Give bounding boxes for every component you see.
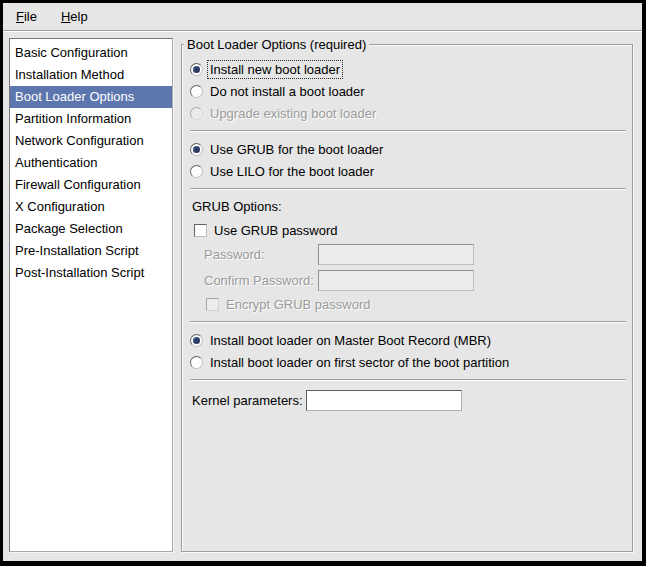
checkbox-label: Use GRUB password (214, 223, 338, 238)
password-input (318, 244, 474, 265)
sidebar-item-post-installation-script[interactable]: Post-Installation Script (10, 262, 172, 284)
kernel-parameters-row: Kernel parameters: (192, 387, 628, 413)
separator (190, 130, 626, 132)
radio-unselected-icon (190, 85, 203, 98)
radio-selected-icon (190, 143, 203, 156)
checkbox-disabled-icon (206, 298, 219, 311)
radio-label: Do not install a boot loader (210, 84, 365, 99)
radio-label: Install boot loader on Master Boot Recor… (210, 333, 491, 348)
separator (190, 321, 626, 323)
sidebar-item-pre-installation-script[interactable]: Pre-Installation Script (10, 240, 172, 262)
radio-unselected-icon (190, 356, 203, 369)
menu-file-label: ile (24, 9, 37, 24)
checkbox-use-grub-password[interactable]: Use GRUB password (194, 219, 628, 241)
radio-upgrade-existing-boot-loader: Upgrade existing boot loader (190, 102, 628, 124)
radio-install-new-boot-loader[interactable]: Install new boot loader (190, 58, 628, 80)
kernel-parameters-label: Kernel parameters: (192, 393, 306, 408)
frame-title: Boot Loader Options (required) (184, 37, 369, 52)
sidebar-item-package-selection[interactable]: Package Selection (10, 218, 172, 240)
sidebar-item-x-configuration[interactable]: X Configuration (10, 196, 172, 218)
sidebar-item-partition-information[interactable]: Partition Information (10, 108, 172, 130)
radio-use-lilo[interactable]: Use LILO for the boot loader (190, 160, 628, 182)
radio-selected-icon (190, 334, 203, 347)
radio-do-not-install-boot-loader[interactable]: Do not install a boot loader (190, 80, 628, 102)
confirm-password-label: Confirm Password: (204, 273, 318, 288)
sidebar-item-authentication[interactable]: Authentication (10, 152, 172, 174)
radio-install-mbr[interactable]: Install boot loader on Master Boot Recor… (190, 329, 628, 351)
radio-label: Use GRUB for the boot loader (210, 142, 383, 157)
confirm-password-input (318, 270, 474, 291)
menu-help-mnemonic: H (61, 9, 70, 24)
menu-item-file[interactable]: File (7, 3, 46, 30)
radio-install-first-sector[interactable]: Install boot loader on first sector of t… (190, 351, 628, 373)
confirm-password-row: Confirm Password: (204, 267, 628, 293)
boot-loader-options-frame: Boot Loader Options (required) Install n… (181, 44, 633, 552)
radio-selected-icon (190, 63, 203, 76)
menu-file-mnemonic: F (16, 9, 24, 24)
radio-unselected-icon (190, 165, 203, 178)
checkbox-encrypt-grub-password: Encrypt GRUB password (206, 293, 628, 315)
window: File Help Basic Configuration Installati… (0, 0, 646, 566)
checkbox-unchecked-icon (194, 224, 207, 237)
menu-item-help[interactable]: Help (52, 3, 97, 30)
separator (190, 379, 626, 381)
grub-options-label: GRUB Options: (192, 196, 628, 218)
sidebar-item-basic-configuration[interactable]: Basic Configuration (10, 42, 172, 64)
checkbox-label: Encrypt GRUB password (226, 297, 371, 312)
sidebar-item-installation-method[interactable]: Installation Method (10, 64, 172, 86)
radio-label: Use LILO for the boot loader (210, 164, 374, 179)
radio-label: Upgrade existing boot loader (210, 106, 376, 121)
password-row: Password: (204, 241, 628, 267)
menu-help-label: elp (70, 9, 87, 24)
password-label: Password: (204, 247, 318, 262)
menu-bar: File Help (3, 3, 642, 31)
sidebar-item-firewall-configuration[interactable]: Firewall Configuration (10, 174, 172, 196)
category-list: Basic Configuration Installation Method … (9, 38, 173, 552)
sidebar-item-boot-loader-options[interactable]: Boot Loader Options (10, 86, 172, 108)
radio-label: Install new boot loader (208, 61, 342, 78)
radio-disabled-icon (190, 107, 203, 120)
separator (190, 188, 626, 190)
sidebar-item-network-configuration[interactable]: Network Configuration (10, 130, 172, 152)
radio-use-grub[interactable]: Use GRUB for the boot loader (190, 138, 628, 160)
kernel-parameters-input[interactable] (306, 390, 462, 411)
radio-label: Install boot loader on first sector of t… (210, 355, 509, 370)
main-content: Basic Configuration Installation Method … (3, 31, 642, 561)
